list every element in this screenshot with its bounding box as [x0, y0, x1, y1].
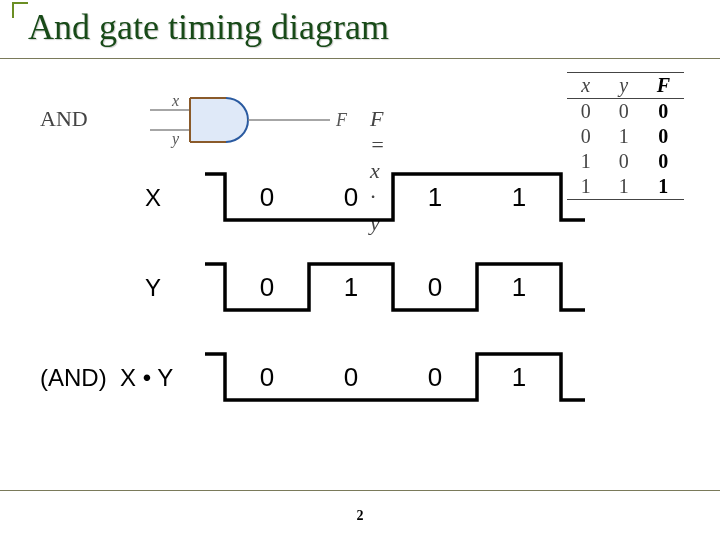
rule-top [0, 58, 720, 59]
waveform-and [205, 350, 605, 406]
truth-header-f: F [643, 73, 684, 99]
timing-row-and: (AND) X • Y 0001 [55, 350, 655, 410]
gate-input-y: y [170, 130, 180, 148]
rule-bottom [0, 490, 720, 491]
waveform-y [205, 260, 605, 316]
slide-title: And gate timing diagram [28, 6, 389, 48]
truth-header-row: x y F [567, 73, 684, 99]
signal-label: X • Y [120, 364, 173, 392]
truth-row: 010 [567, 124, 684, 149]
truth-row: 000 [567, 99, 684, 125]
signal-label: X [145, 184, 161, 212]
signal-prefix: (AND) [40, 364, 107, 392]
truth-header-x: x [567, 73, 605, 99]
and-gate-icon: x y F [150, 92, 370, 152]
waveform-x [205, 170, 605, 226]
signal-label: Y [145, 274, 161, 302]
truth-header-y: y [605, 73, 643, 99]
gate-type-label: AND [40, 106, 88, 132]
gate-input-x: x [171, 92, 179, 109]
page-number: 2 [0, 508, 720, 524]
timing-row-y: Y 0101 [55, 260, 655, 320]
timing-diagram: X 0011 Y 0101 (AND) X • Y 0001 [55, 170, 655, 410]
corner-accent [12, 2, 28, 18]
timing-row-x: X 0011 [55, 170, 655, 230]
gate-output: F [335, 110, 348, 130]
slide: And gate timing diagram AND x y F F = x … [0, 0, 720, 540]
